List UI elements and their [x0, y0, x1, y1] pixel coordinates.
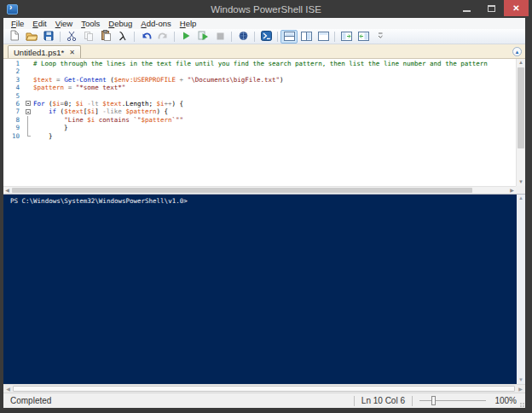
console-horizontal-scrollbar[interactable]: ◀ ▶ [3, 384, 525, 393]
code-line-4[interactable]: 4$pattern = "*some text*" [3, 84, 516, 91]
code-line-7[interactable]: 7 if ($text[$i] -like $pattern) { [3, 108, 516, 115]
code-line-5[interactable]: 5 [3, 92, 516, 100]
toolbar-separator [231, 32, 232, 42]
resize-grip[interactable] [520, 403, 525, 408]
overflow-icon [378, 29, 384, 44]
tab-close-icon[interactable]: ✕ [69, 49, 75, 56]
fold-margin [24, 84, 33, 91]
script-editor[interactable]: 1# Loop through the lines in the text fi… [3, 59, 516, 186]
zoom-slider-thumb[interactable] [431, 396, 436, 405]
redo-button[interactable] [154, 30, 171, 44]
scroll-left-icon[interactable]: ◀ [3, 187, 11, 194]
remote-icon [238, 29, 249, 44]
fold-margin [24, 60, 33, 67]
console-pane[interactable]: PS C:\Windows\System32\WindowsPowerShell… [3, 194, 525, 384]
stop-operation-button[interactable] [211, 30, 228, 44]
editor-vscroll-thumb[interactable] [518, 67, 524, 148]
layout-top-icon [284, 29, 295, 44]
fold-marker-icon [24, 124, 33, 131]
menu-bar: FileEditViewToolsDebugAdd-onsHelp [3, 18, 525, 29]
toolbar-separator [334, 32, 335, 42]
editor-vertical-scrollbar[interactable]: ▲ ▼ [516, 59, 525, 186]
show-script-pane-top-button[interactable] [280, 30, 298, 44]
close-button[interactable]: ✕ [504, 0, 529, 16]
show-script-pane-right-button[interactable] [298, 30, 315, 44]
minimize-button[interactable] [454, 0, 479, 16]
new-remote-powershell-tab-button[interactable] [234, 30, 252, 44]
code-line-3[interactable]: 3$text = Get-Content ($env:USERPROFILE +… [3, 76, 516, 84]
line-number: 1 [3, 60, 24, 67]
editor-hscroll-thumb[interactable] [12, 188, 472, 193]
fold-marker-icon [24, 116, 33, 124]
status-text: Completed [3, 396, 347, 405]
run-selection-button[interactable] [194, 30, 211, 44]
run-script-button[interactable] [177, 30, 194, 44]
cut-button[interactable] [63, 30, 80, 44]
powershell-ise-window: Windows PowerShell ISE ✕ FileEditViewToo… [0, 0, 532, 413]
undo-button[interactable] [137, 30, 154, 44]
console-vertical-scrollbar[interactable]: ▲ ▼ [517, 195, 525, 384]
menu-tools[interactable]: Tools [77, 19, 104, 28]
editor-horizontal-scrollbar[interactable]: ◀ ▶ [3, 186, 516, 194]
show-command-addon-vertical-button[interactable] [355, 30, 372, 44]
zoom-slider[interactable] [419, 396, 486, 405]
collapse-script-pane-icon[interactable]: ▲ [512, 47, 522, 56]
show-script-pane-maximized-button[interactable] [315, 30, 332, 44]
code-text: } [33, 124, 68, 131]
fold-margin [24, 76, 33, 84]
toolbar-overflow-button[interactable] [372, 30, 389, 44]
scroll-down-icon[interactable]: ▼ [517, 178, 525, 186]
copy-icon [84, 29, 94, 44]
redo-icon [158, 29, 169, 44]
tab-label: Untitled1.ps1* [14, 48, 64, 57]
scroll-right-icon[interactable]: ▶ [508, 187, 516, 194]
script-pane[interactable]: 1# Loop through the lines in the text fi… [3, 59, 525, 194]
toolbar-separator [254, 32, 255, 42]
maximize-button[interactable] [479, 0, 504, 16]
copy-button[interactable] [80, 30, 97, 44]
menu-view[interactable]: View [51, 19, 77, 28]
menu-file[interactable]: File [7, 19, 28, 28]
save-button[interactable] [40, 30, 57, 44]
new-script-button[interactable] [6, 30, 23, 44]
run-selection-icon [198, 29, 209, 44]
console-scroll-left-icon[interactable]: ◀ [4, 385, 12, 393]
tab-bar: Untitled1.ps1* ✕ ▲ [3, 44, 525, 59]
tab-untitled1[interactable]: Untitled1.ps1* ✕ [8, 45, 81, 58]
undo-icon [141, 29, 152, 44]
console-scroll-down-icon[interactable]: ▼ [517, 376, 525, 384]
code-line-9[interactable]: 9 } [3, 124, 516, 131]
fold-marker-icon[interactable] [24, 100, 33, 108]
box-right-icon [358, 29, 369, 44]
console-scroll-right-icon[interactable]: ▶ [517, 385, 524, 393]
open-script-button[interactable] [23, 30, 40, 44]
toolbar-separator [174, 32, 175, 42]
code-line-1[interactable]: 1# Loop through the lines in the text fi… [3, 60, 516, 67]
new-icon [9, 29, 20, 44]
start-powershell-button[interactable] [257, 30, 275, 44]
code-line-10[interactable]: 10 } [3, 132, 516, 140]
console-scroll-up-icon[interactable]: ▲ [517, 195, 525, 202]
scroll-up-icon[interactable]: ▲ [517, 59, 525, 67]
menu-addons[interactable]: Add-ons [136, 19, 175, 28]
code-line-2[interactable]: 2 [3, 67, 516, 75]
menu-help[interactable]: Help [176, 19, 201, 28]
line-number: 7 [3, 108, 24, 115]
paste-button[interactable] [97, 30, 114, 44]
fold-marker-icon[interactable] [24, 108, 33, 115]
code-text: $text = Get-Content ($env:USERPROFILE + … [33, 76, 284, 84]
clear-console-button[interactable] [114, 30, 131, 44]
toolbar [3, 29, 525, 44]
console-hscroll-thumb[interactable] [13, 386, 515, 392]
toolbar-separator [134, 32, 135, 42]
console-output[interactable]: PS C:\Windows\System32\WindowsPowerShell… [3, 195, 517, 384]
code-line-8[interactable]: 8 "Line $i contains `"$pattern`"" [3, 116, 516, 124]
show-command-addon-button[interactable] [338, 30, 355, 44]
code-text: if ($text[$i] -like $pattern) { [33, 108, 168, 115]
clear-icon [118, 29, 128, 44]
menu-edit[interactable]: Edit [28, 19, 50, 28]
menu-debug[interactable]: Debug [104, 19, 136, 28]
code-line-6[interactable]: 6For ($i=0; $i -lt $text.Length; $i++) { [3, 100, 516, 108]
open-icon [26, 29, 38, 44]
line-number: 9 [3, 124, 24, 131]
